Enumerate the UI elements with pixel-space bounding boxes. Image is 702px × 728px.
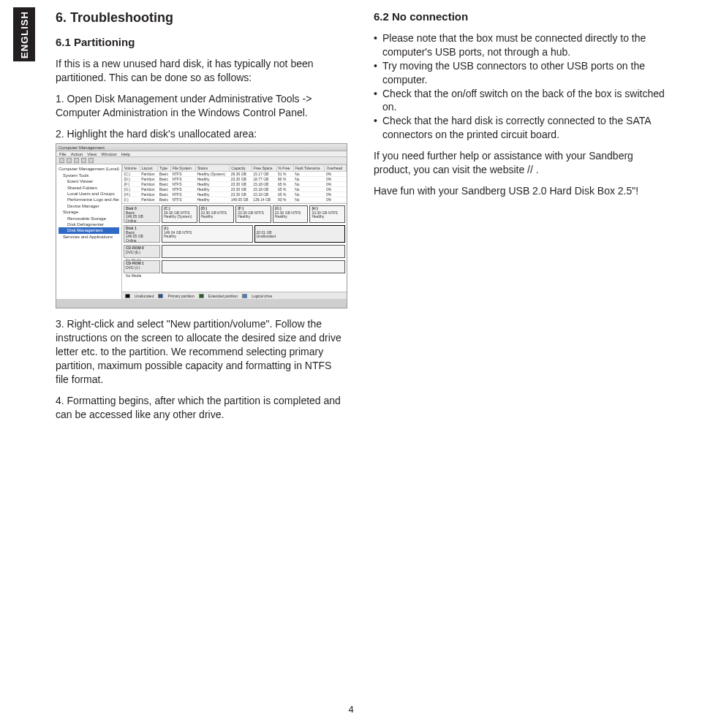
partitioning-intro: If this is a new unused hard disk, it ha… (56, 57, 347, 85)
grid-cell: 18.77 GB (252, 177, 276, 182)
menu-item: Help (121, 152, 130, 156)
toolbar-button (88, 158, 94, 163)
toolbar-button (59, 158, 64, 163)
disk-label: Disk 0Basic149.05 GBOnline (124, 205, 160, 223)
step-3: 3. Right-click and select "New partition… (56, 317, 347, 386)
grid-cell: 65 % (276, 192, 293, 197)
tree-pane: Computer Management (Local) System Tools… (56, 164, 122, 299)
disk-partitions: (C:)29.30 GB NTFSHealthy (System)(D:)23.… (162, 205, 345, 223)
grid-cell: 15.17 GB (252, 172, 276, 177)
disk-partitions (162, 245, 345, 258)
legend-label: Primary partition (167, 294, 194, 298)
grid-cell: Basic (158, 182, 171, 187)
grid-cell: (G:) (123, 187, 140, 192)
col-header: Status (195, 165, 229, 172)
partition: (I:)149.04 GB NTFSHealthy (162, 225, 253, 243)
grid-cell: 139.14 GB (252, 197, 276, 202)
language-tab: ENGLISH (13, 7, 35, 61)
grid-cell: 0% (325, 172, 347, 177)
grid-cell: 15.18 GB (252, 187, 276, 192)
grid-cell: Healthy (System) (195, 172, 229, 177)
tree-root: Computer Management (Local) (58, 166, 119, 172)
grid-cell: Healthy (195, 192, 229, 197)
menu-item: File (59, 152, 67, 156)
tree-node: Device Manager (58, 203, 119, 209)
help-paragraph: If you need further help or assistance w… (374, 149, 665, 177)
disk-row: Disk 1Basic149.05 GBOnline(I:)149.04 GB … (124, 225, 345, 243)
col-header: Type (158, 165, 171, 172)
tree-node: Shared Folders (58, 185, 119, 191)
grid-cell: 23.30 GB (230, 182, 252, 187)
grid-cell: (D:) (123, 177, 140, 182)
bullet-item: Please note that the box must be connect… (374, 31, 665, 59)
disk-partitions (162, 260, 345, 273)
disk-partitions: (I:)149.04 GB NTFSHealthy20.01 GBUnalloc… (162, 225, 345, 243)
disk-label: CD-ROM 0DVD (E:)No Media (124, 245, 160, 258)
grid-cell: Basic (158, 177, 171, 182)
no-connection-list: Please note that the box must be connect… (374, 31, 665, 142)
grid-cell: No (293, 192, 325, 197)
disk-label: Disk 1Basic149.05 GBOnline (124, 225, 160, 243)
menu-bar: File Action View Window Help (56, 151, 347, 157)
tree-node: System Tools (58, 172, 119, 178)
grid-cell: Basic (158, 187, 171, 192)
grid-cell: 23.30 GB (230, 192, 252, 197)
col-header: Layout (140, 165, 157, 172)
main-pane: Volume Layout Type File System Status Ca… (122, 164, 347, 299)
disk-graphic-pane: Disk 0Basic149.05 GBOnline(C:)29.30 GB N… (122, 204, 347, 292)
grid-cell: 149.05 GB (230, 197, 252, 202)
toolbar-button (81, 158, 86, 163)
tree-node: Removable Storage (58, 216, 119, 221)
page-number: 4 (0, 704, 702, 715)
grid-cell: Partition (140, 192, 157, 197)
tree-node: Storage (58, 209, 119, 215)
step-1: 1. Open Disk Management under Administra… (56, 92, 347, 120)
grid-cell: No (293, 172, 325, 177)
partition: (F:)23.30 GB NTFSHealthy (235, 205, 271, 223)
menu-item: View (87, 152, 97, 156)
grid-cell: Partition (140, 177, 157, 182)
grid-cell: Basic (158, 197, 171, 202)
partition: (G:)23.30 GB NTFSHealthy (273, 205, 309, 223)
grid-cell: NTFS (170, 187, 195, 192)
left-column: 6. Troubleshooting 6.1 Partitioning If t… (56, 10, 347, 429)
grid-cell: No (293, 187, 325, 192)
heading-partitioning: 6.1 Partitioning (56, 36, 347, 48)
col-header: Volume (123, 165, 140, 172)
toolbar-button (74, 158, 79, 163)
grid-cell: Partition (140, 172, 157, 177)
partition: (C:)29.30 GB NTFSHealthy (System) (162, 205, 197, 223)
col-header: File System (170, 165, 195, 172)
grid-cell: 23.30 GB (230, 187, 252, 192)
legend-swatch (242, 294, 247, 298)
grid-cell: No (293, 182, 325, 187)
tree-node: Event Viewer (58, 178, 119, 184)
page-content: 6. Troubleshooting 6.1 Partitioning If t… (0, 0, 702, 444)
grid-cell: 23.30 GB (230, 177, 252, 182)
toolbar (56, 157, 347, 164)
grid-cell: NTFS (170, 192, 195, 197)
partition: (D:)23.30 GB NTFSHealthy (199, 205, 235, 223)
grid-cell: Healthy (195, 177, 229, 182)
grid-cell: 15.18 GB (252, 182, 276, 187)
window-title: Computer Management (58, 145, 105, 150)
toolbar-button (67, 158, 72, 163)
col-header: Free Space (252, 165, 276, 172)
grid-cell: No (293, 197, 325, 202)
bullet-item: Check that the on/off switch on the back… (374, 87, 665, 115)
legend-label: Unallocated (135, 294, 154, 298)
grid-cell: Healthy (195, 197, 229, 202)
grid-cell: 65 % (276, 182, 293, 187)
grid-cell: (H:) (123, 192, 140, 197)
tree-node: Services and Applications (58, 234, 119, 240)
grid-cell: NTFS (170, 197, 195, 202)
bullet-item: Check that the hard disk is correctly co… (374, 114, 665, 142)
grid-cell: Partition (140, 182, 157, 187)
grid-cell: No (293, 177, 325, 182)
grid-cell: 15.18 GB (252, 192, 276, 197)
col-header: Capacity (230, 165, 252, 172)
grid-cell: 65 % (276, 187, 293, 192)
grid-cell: 0% (325, 187, 347, 192)
menu-item: Window (101, 152, 116, 156)
grid-cell: NTFS (170, 182, 195, 187)
